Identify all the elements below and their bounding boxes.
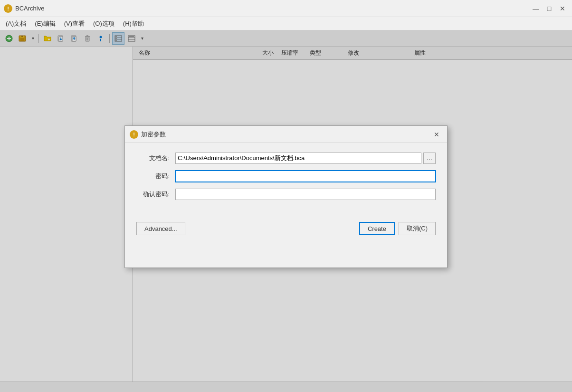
confirm-password-input[interactable] [175,189,436,200]
menu-bar: (A)文档 (E)编辑 (V)查看 (O)选项 (H)帮助 [0,17,572,30]
filename-label: 文档名: [136,154,170,163]
maximize-button[interactable]: □ [543,3,555,14]
title-bar: ! BCArchive — □ ✕ [0,0,572,17]
menu-edit[interactable]: (E)编辑 [31,18,59,29]
password-input-wrap [175,171,436,182]
password-row: 密码: [136,171,436,182]
footer-right: Create 取消(C) [359,222,436,235]
title-bar-controls: — □ ✕ [530,3,568,14]
dialog-footer: Advanced... Create 取消(C) [125,216,447,243]
close-button[interactable]: ✕ [557,3,568,14]
password-label: 密码: [136,172,170,181]
filename-input[interactable] [175,153,421,164]
menu-file[interactable]: (A)文档 [2,18,30,29]
menu-view[interactable]: (V)查看 [60,18,88,29]
app-icon: ! [4,4,12,13]
dialog-title-left: ! 加密参数 [130,130,166,139]
password-input[interactable] [175,171,436,182]
dialog-close-button[interactable]: ✕ [431,129,442,140]
cancel-button[interactable]: 取消(C) [399,222,436,235]
create-button[interactable]: Create [359,222,395,235]
menu-options[interactable]: (O)选项 [89,18,118,29]
confirm-password-input-wrap [175,189,436,200]
minimize-button[interactable]: — [530,3,542,14]
title-bar-left: ! BCArchive [4,4,44,13]
encrypt-dialog: ! 加密参数 ✕ 文档名: … 密码: [124,125,448,268]
advanced-button[interactable]: Advanced... [136,222,185,235]
modal-overlay: ! 加密参数 ✕ 文档名: … 密码: [0,30,572,392]
dialog-title-bar: ! 加密参数 ✕ [125,126,447,143]
app-title: BCArchive [15,5,44,12]
menu-help[interactable]: (H)帮助 [119,18,148,29]
dialog-title: 加密参数 [141,130,166,139]
filename-row: 文档名: … [136,153,436,164]
dialog-body: 文档名: … 密码: 确认密码: [125,143,447,216]
filename-input-wrap: … [175,153,436,164]
footer-left: Advanced... [136,222,185,235]
confirm-password-label: 确认密码: [136,190,170,199]
browse-button[interactable]: … [423,153,436,164]
dialog-icon: ! [130,130,138,139]
confirm-password-row: 确认密码: [136,189,436,200]
